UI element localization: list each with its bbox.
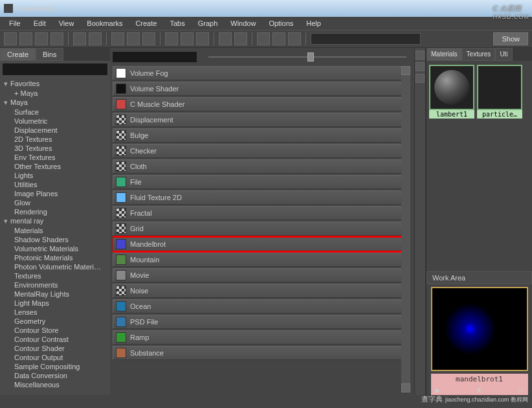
tree-item[interactable]: Textures [3,271,107,280]
toolbar-btn[interactable] [111,32,124,45]
toolbar-btn[interactable] [196,32,209,45]
tree-item[interactable]: Contour Output [3,353,107,362]
swatch-particle[interactable]: particle… [477,65,522,119]
tree-item[interactable]: ▾Favorites [3,79,107,89]
tree-item[interactable]: Materials [3,226,107,235]
work-area-node[interactable] [431,287,528,371]
zoom-slider[interactable] [208,56,406,58]
menu-tabs[interactable]: Tabs [163,18,191,28]
tree-item[interactable]: Photonic Materials [3,253,107,262]
toolbar-btn[interactable] [89,32,102,45]
tree-item[interactable]: Miscellaneous [3,380,107,389]
tree-item[interactable]: MentalRay Lights [3,289,107,299]
tree-item[interactable]: Utilities [3,180,107,189]
node-volume-shader[interactable]: Volume Shader [113,82,410,96]
node-movie[interactable]: Movie [113,268,410,282]
vtool-btn[interactable] [416,51,425,60]
tree-item[interactable]: Sample Compositing [3,362,107,371]
node-mandelbrot[interactable]: Mandelbrot [113,237,410,251]
node-mountain[interactable]: Mountain [113,253,410,267]
toolbar-btn[interactable] [181,32,194,45]
toolbar-btn[interactable] [288,32,301,45]
tree-item[interactable]: Contour Store [3,326,107,335]
filter-bar[interactable] [3,63,107,75]
toolbar-btn[interactable] [165,32,178,45]
swatch-lambert1[interactable]: lambert1 [429,65,474,119]
toolbar-btn[interactable] [35,32,48,45]
node-checker[interactable]: Checker [113,144,410,158]
scroll-up-icon[interactable] [401,66,410,75]
tree-item[interactable]: Image Planes [3,189,107,198]
tree-item[interactable]: Environments [3,280,107,289]
play-left-icon[interactable]: ▶ [435,386,440,394]
tab-textures[interactable]: Textures [462,48,496,61]
node-ramp[interactable]: Ramp [113,330,410,345]
node-cloth[interactable]: Cloth [113,159,410,174]
menu-help[interactable]: Help [300,18,327,28]
node-ocean[interactable]: Ocean [113,299,410,313]
tree-item[interactable]: Lights [3,171,107,180]
toolbar-btn[interactable] [234,32,247,45]
tree-item[interactable]: Surface [3,108,107,117]
node-bulge[interactable]: Bulge [113,128,410,142]
node-substance[interactable]: Substance [113,346,410,360]
tree-item[interactable]: Lenses [3,308,107,317]
tree-item[interactable]: Data Conversion [3,371,107,380]
node-fractal[interactable]: Fractal [113,206,410,220]
tree-item[interactable]: Displacement [3,126,107,135]
menu-view[interactable]: View [52,18,81,28]
node-psd-file[interactable]: PSD File [113,315,410,329]
tree-item[interactable]: 3D Textures [3,144,107,153]
tree-item[interactable]: Shadow Shaders [3,235,107,244]
play-mid-icon[interactable]: ▼ [476,386,483,394]
toolbar-btn[interactable] [272,32,285,45]
vtool-btn[interactable] [416,62,425,71]
search-input[interactable] [311,33,421,45]
tree-item[interactable]: ▾mental ray [3,216,107,226]
node-volume-fog[interactable]: Volume Fog [113,66,410,80]
node-c-muscle-shader[interactable]: C Muscle Shader [113,97,410,111]
tab-bins[interactable]: Bins [36,48,63,61]
toolbar-btn[interactable] [73,32,86,45]
tree-item[interactable]: Rendering [3,207,107,216]
tree-item[interactable]: Glow [3,198,107,207]
name-field[interactable] [113,52,197,62]
tree-item[interactable]: Geometry [3,317,107,326]
tree-item[interactable]: Other Textures [3,162,107,171]
tree-item[interactable]: + Maya [3,89,107,98]
node-grid[interactable]: Grid [113,221,410,236]
node-noise[interactable]: Noise [113,284,410,298]
play-right-icon[interactable]: ▷ [518,386,524,394]
scrollbar[interactable] [401,66,410,392]
show-button[interactable]: Show [493,32,528,45]
tree-item[interactable]: ▾Maya [3,98,107,108]
tree-item[interactable]: Contour Shader [3,344,107,353]
menu-window[interactable]: Window [224,18,262,28]
tree-item[interactable]: Light Maps [3,299,107,308]
node-displacement[interactable]: Displacement [113,113,410,127]
toolbar-btn[interactable] [219,32,232,45]
node-fluid-texture-2d[interactable]: Fluid Texture 2D [113,190,410,205]
toolbar-btn[interactable] [50,32,63,45]
tree-item[interactable]: Photon Volumetric Materi… [3,262,107,271]
tab-materials[interactable]: Materials [427,48,462,61]
menu-file[interactable]: File [3,18,27,28]
tab-utilities[interactable]: Uti [495,48,512,61]
tree-item[interactable]: Volumetric Materials [3,244,107,253]
vtool-btn[interactable] [416,74,425,83]
toolbar-btn[interactable] [257,32,270,45]
tree-item[interactable]: 2D Textures [3,135,107,144]
tree-item[interactable]: Contour Contrast [3,335,107,344]
tree-item[interactable]: Env Textures [3,153,107,162]
toolbar-btn[interactable] [4,32,17,45]
menu-options[interactable]: Options [262,18,300,28]
menu-edit[interactable]: Edit [27,18,52,28]
tab-create[interactable]: Create [0,48,36,61]
menu-bookmarks[interactable]: Bookmarks [80,18,129,28]
toolbar-btn[interactable] [127,32,140,45]
menu-create[interactable]: Create [129,18,163,28]
tree-item[interactable]: Volumetric [3,117,107,126]
slider-thumb[interactable] [307,52,314,62]
toolbar-btn[interactable] [19,32,32,45]
node-file[interactable]: File [113,175,410,189]
